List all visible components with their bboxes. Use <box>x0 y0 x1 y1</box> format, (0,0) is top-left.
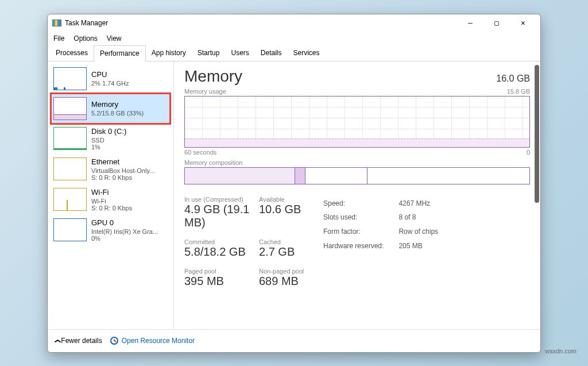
memory-usage-chart <box>184 96 530 148</box>
time-right: 0 <box>527 149 530 156</box>
sidebar-item-wifi[interactable]: Wi-Fi Wi-Fi S: 0 R: 0 Kbps <box>51 184 170 215</box>
open-resource-monitor-link[interactable]: Open Resource Monitor <box>110 337 195 345</box>
titlebar: Task Manager — ▢ ✕ <box>48 14 540 32</box>
hw-value: 205 MB <box>399 240 438 253</box>
committed-value: 5.8/18.2 GB <box>184 245 259 259</box>
maximize-button[interactable]: ▢ <box>484 15 509 31</box>
sidebar: CPU 2% 1.74 GHz Memory 5.2/15.8 GB (33%)… <box>48 61 174 329</box>
sidebar-item-memory[interactable]: Memory 5.2/15.8 GB (33%) <box>51 94 170 124</box>
content: CPU 2% 1.74 GHz Memory 5.2/15.8 GB (33%)… <box>48 61 540 329</box>
chevron-up-icon: ❯ <box>54 339 60 344</box>
ethernet-title: Ethernet <box>91 157 154 166</box>
speed-label: Speed: <box>323 197 397 210</box>
menu-file[interactable]: File <box>53 34 64 43</box>
inuse-value: 4.9 GB (19.1 MB) <box>184 203 259 229</box>
paged-label: Paged pool <box>184 268 259 275</box>
gpu-thumb <box>53 218 87 241</box>
ethernet-sub1: VirtualBox Host-Only... <box>91 167 154 174</box>
speed-value: 4267 MHz <box>399 197 438 210</box>
gpu-title: GPU 0 <box>91 218 158 227</box>
sidebar-item-cpu[interactable]: CPU 2% 1.74 GHz <box>51 64 170 94</box>
watermark: wsxdn.com <box>545 348 577 355</box>
hw-label: Hardware reserved: <box>323 240 397 253</box>
cached-value: 2.7 GB <box>259 245 322 259</box>
tab-performance[interactable]: Performance <box>94 45 146 61</box>
slots-label: Slots used: <box>323 211 397 224</box>
sidebar-item-gpu[interactable]: GPU 0 Intel(R) Iris(R) Xe Gra... 0% <box>51 215 170 245</box>
memory-sub: 5.2/15.8 GB (33%) <box>91 110 144 117</box>
tab-processes[interactable]: Processes <box>50 45 94 61</box>
tabs: Processes Performance App history Startu… <box>48 45 540 61</box>
memory-title: Memory <box>91 100 144 109</box>
gpu-sub1: Intel(R) Iris(R) Xe Gra... <box>91 228 158 235</box>
form-label: Form factor: <box>323 225 397 238</box>
task-manager-window: Task Manager — ▢ ✕ File Options View Pro… <box>47 14 541 353</box>
fewer-details-button[interactable]: ❯ Fewer details <box>55 337 102 345</box>
resource-monitor-icon <box>110 337 118 345</box>
tab-apphistory[interactable]: App history <box>146 45 192 61</box>
menu-options[interactable]: Options <box>74 34 97 43</box>
memory-composition-chart <box>184 167 530 184</box>
app-icon <box>52 20 61 26</box>
slots-value: 8 of 8 <box>399 211 438 224</box>
memory-details-table: Speed:4267 MHz Slots used:8 of 8 Form fa… <box>322 196 439 254</box>
comp-modified <box>295 168 305 184</box>
gpu-sub2: 0% <box>91 235 158 242</box>
cpu-title: CPU <box>91 70 129 79</box>
memory-thumb <box>53 97 87 120</box>
cpu-thumb <box>53 67 87 90</box>
disk-title: Disk 0 (C:) <box>91 127 126 136</box>
sidebar-item-ethernet[interactable]: Ethernet VirtualBox Host-Only... S: 0 R:… <box>51 154 170 184</box>
nonpaged-value: 689 MB <box>259 275 322 288</box>
available-label: Available <box>259 196 322 203</box>
footer: ❯ Fewer details Open Resource Monitor <box>48 329 540 352</box>
disk-sub2: 1% <box>91 144 126 151</box>
available-value: 10.6 GB <box>259 203 322 216</box>
menu-view[interactable]: View <box>107 34 122 43</box>
wifi-sub1: Wi-Fi <box>91 198 132 205</box>
window-controls: — ▢ ✕ <box>458 15 536 31</box>
tab-services[interactable]: Services <box>288 45 326 61</box>
form-value: Row of chips <box>399 225 438 238</box>
main-panel: Memory 16.0 GB Memory usage 15.8 GB 60 s… <box>174 61 540 329</box>
menubar: File Options View <box>48 32 540 45</box>
tab-details[interactable]: Details <box>255 45 288 61</box>
usage-label: Memory usage <box>184 88 226 95</box>
ethernet-thumb <box>53 157 87 180</box>
time-left: 60 seconds <box>184 149 216 156</box>
cpu-sub: 2% 1.74 GHz <box>91 80 129 87</box>
usage-max: 15.8 GB <box>507 88 530 95</box>
memory-total: 16.0 GB <box>496 74 530 84</box>
comp-standby <box>305 168 368 184</box>
cached-label: Cached <box>259 238 322 245</box>
wifi-title: Wi-Fi <box>91 188 132 197</box>
disk-sub1: SSD <box>91 137 126 144</box>
composition-label: Memory composition <box>184 159 242 166</box>
tab-startup[interactable]: Startup <box>192 45 226 61</box>
wifi-sub2: S: 0 R: 0 Kbps <box>91 205 132 211</box>
window-title: Task Manager <box>65 19 458 27</box>
page-title: Memory <box>184 67 242 86</box>
ethernet-sub2: S: 0 R: 0 Kbps <box>91 174 154 181</box>
sidebar-item-disk[interactable]: Disk 0 (C:) SSD 1% <box>51 124 170 154</box>
comp-in-use <box>185 168 295 184</box>
disk-thumb <box>53 127 87 150</box>
wifi-thumb <box>53 188 87 211</box>
scrollbar[interactable] <box>535 65 539 203</box>
close-button[interactable]: ✕ <box>510 15 536 31</box>
tab-users[interactable]: Users <box>225 45 254 61</box>
paged-value: 395 MB <box>184 275 259 288</box>
inuse-label: In use (Compressed) <box>184 196 259 203</box>
minimize-button[interactable]: — <box>458 15 483 31</box>
nonpaged-label: Non-paged pool <box>259 268 322 275</box>
committed-label: Committed <box>184 238 259 245</box>
